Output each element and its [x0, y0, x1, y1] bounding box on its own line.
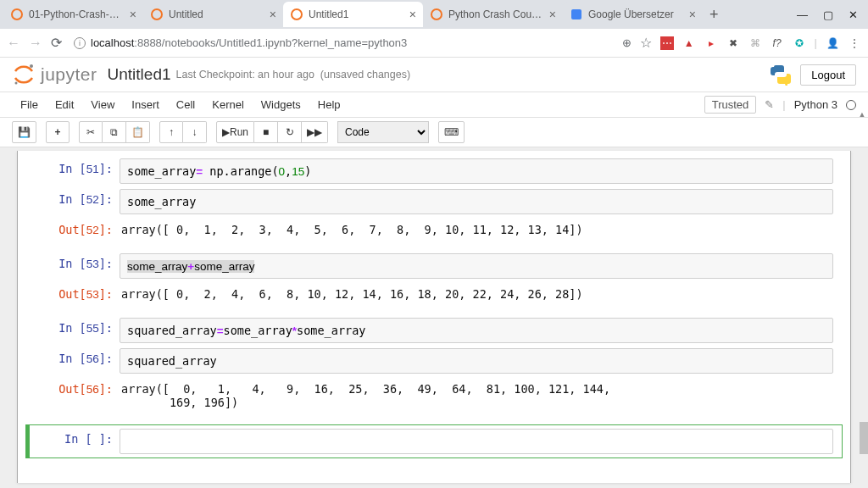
address-bar: ← → ⟳ i localhost:8888/notebooks/Untitle…	[0, 29, 868, 58]
scrollbar-thumb[interactable]	[860, 422, 868, 454]
ext-icon[interactable]: ✖	[726, 36, 740, 50]
ext-icon[interactable]: ✪	[793, 36, 806, 50]
menu-bar: File Edit View Insert Cell Kernel Widget…	[0, 92, 868, 118]
tab-title: 01-Python-Crash-Course/	[29, 8, 125, 20]
svg-point-1	[152, 9, 162, 19]
trusted-badge[interactable]: Trusted	[704, 96, 757, 114]
code-input[interactable]: some_array= np.arange(0,15)	[120, 158, 833, 184]
close-icon[interactable]: ×	[409, 8, 416, 21]
jupyter-logo-icon	[12, 63, 36, 86]
output-text: array([ 0, 1, 2, 3, 4, 5, 6, 7, 8, 9, 10…	[120, 219, 833, 240]
menu-view[interactable]: View	[82, 95, 123, 114]
reload-icon[interactable]: ⟳	[51, 35, 62, 51]
menu-help[interactable]: Help	[309, 95, 349, 114]
url-input[interactable]: i localhost:8888/notebooks/Untitled1.ipy…	[70, 36, 614, 49]
ext-icon[interactable]: f?	[771, 36, 784, 50]
menu-kernel[interactable]: Kernel	[203, 95, 253, 114]
jupyter-brand: jupyter	[41, 64, 97, 85]
svg-point-5	[30, 64, 33, 68]
ext-icon[interactable]: ⌘	[748, 36, 762, 50]
ext-icon[interactable]: ▸	[704, 36, 718, 50]
zoom-icon[interactable]: ⊕	[622, 36, 632, 49]
cut-button[interactable]: ✂	[79, 121, 103, 143]
menu-widgets[interactable]: Widgets	[253, 95, 309, 114]
command-palette-button[interactable]: ⌨	[438, 121, 465, 143]
close-icon[interactable]: ×	[270, 8, 276, 21]
code-input[interactable]: squared_array=some_array*some_array	[120, 318, 833, 343]
close-window-icon[interactable]: ✕	[849, 8, 858, 21]
code-cell[interactable]: In [51]: some_array= np.arange(0,15)	[26, 156, 842, 186]
browser-tab[interactable]: Untitled ×	[143, 2, 283, 27]
menu-cell[interactable]: Cell	[168, 95, 203, 114]
star-icon[interactable]: ☆	[640, 35, 652, 51]
output-cell: Out[56]: array([ 0, 1, 4, 9, 16, 25, 36,…	[26, 376, 842, 415]
menu-icon[interactable]: ⋮	[848, 36, 861, 50]
code-input[interactable]: some_array+some_array	[120, 253, 833, 279]
site-info-icon[interactable]: i	[74, 37, 86, 49]
code-input[interactable]: some_array	[120, 189, 833, 214]
output-prompt: Out[56]:	[26, 379, 120, 413]
back-icon[interactable]: ←	[7, 36, 20, 51]
input-prompt: In [ ]:	[26, 429, 120, 454]
menu-edit[interactable]: Edit	[47, 95, 82, 114]
move-down-button[interactable]: ↓	[183, 121, 207, 143]
maximize-icon[interactable]: ▢	[823, 8, 833, 21]
checkpoint-text: Last Checkpoint: an hour ago (unsaved ch…	[176, 69, 411, 80]
kernel-name[interactable]: Python 3	[791, 97, 841, 113]
new-tab-button[interactable]: +	[703, 3, 726, 27]
paste-button[interactable]: 📋	[126, 121, 150, 143]
browser-tab[interactable]: Google Übersetzer ×	[563, 2, 703, 27]
input-prompt: In [51]:	[26, 158, 120, 184]
jupyter-favicon-icon	[430, 8, 443, 21]
run-button[interactable]: ▶ Run	[216, 121, 254, 143]
interrupt-button[interactable]: ■	[254, 121, 278, 143]
code-cell[interactable]: In [55]: squared_array=some_array*some_a…	[26, 315, 842, 346]
edit-icon[interactable]: ✎	[761, 98, 777, 111]
browser-tab[interactable]: 01-Python-Crash-Course/ ×	[3, 2, 143, 27]
close-icon[interactable]: ×	[549, 8, 556, 21]
output-prompt: Out[52]:	[26, 219, 120, 240]
tab-title: Python Crash Course Exerc	[448, 8, 544, 20]
jupyter-logo[interactable]: jupyter	[12, 63, 97, 86]
code-input[interactable]	[120, 429, 833, 454]
notebook-title[interactable]: Untitled1	[108, 65, 171, 84]
fast-forward-button[interactable]: ▶▶	[302, 121, 328, 143]
python-logo-icon	[770, 64, 792, 86]
output-cell: Out[52]: array([ 0, 1, 2, 3, 4, 5, 6, 7,…	[26, 217, 842, 242]
close-icon[interactable]: ×	[130, 8, 136, 21]
cell-type-select[interactable]: Code	[337, 121, 429, 143]
menu-file[interactable]: File	[12, 95, 47, 114]
close-icon[interactable]: ×	[689, 8, 696, 21]
restart-button[interactable]: ↻	[278, 121, 302, 143]
code-cell[interactable]: In [56]: squared_array	[26, 346, 842, 376]
code-cell[interactable]: In [53]: some_array+some_array	[26, 251, 842, 281]
forward-icon[interactable]: →	[29, 36, 42, 51]
tab-title: Untitled1	[309, 8, 404, 20]
browser-tab[interactable]: Python Crash Course Exerc ×	[423, 2, 563, 27]
move-up-button[interactable]: ↑	[159, 121, 183, 143]
code-cell-selected[interactable]: In [ ]:	[26, 425, 842, 458]
ext-icon[interactable]: ⋯	[660, 36, 674, 50]
profile-icon[interactable]: 👤	[826, 36, 839, 50]
svg-point-3	[431, 9, 442, 19]
copy-button[interactable]: ⧉	[103, 121, 126, 143]
jupyter-favicon-icon	[150, 8, 164, 21]
output-prompt: Out[53]:	[26, 284, 120, 304]
logout-button[interactable]: Logout	[800, 64, 856, 86]
svg-point-0	[12, 9, 22, 19]
svg-rect-4	[571, 9, 581, 19]
toolbar: 💾 + ✂ ⧉ 📋 ↑ ↓ ▶ Run ■ ↻ ▶▶ Code ⌨	[0, 118, 868, 147]
menu-insert[interactable]: Insert	[123, 95, 168, 114]
minimize-icon[interactable]: —	[797, 8, 808, 21]
input-prompt: In [55]:	[26, 318, 120, 343]
browser-tab-active[interactable]: Untitled1 ×	[283, 2, 423, 27]
add-cell-button[interactable]: +	[46, 121, 70, 143]
code-input[interactable]: squared_array	[120, 348, 833, 374]
ext-icon[interactable]: ▲	[682, 36, 696, 50]
save-button[interactable]: 💾	[12, 121, 36, 143]
scroll-up-icon[interactable]: ▲	[856, 110, 868, 122]
svg-point-2	[292, 9, 302, 19]
code-cell[interactable]: In [52]: some_array	[26, 186, 842, 217]
translate-favicon-icon	[570, 8, 583, 21]
output-text: array([ 0, 1, 4, 9, 16, 25, 36, 49, 64, …	[120, 379, 833, 413]
